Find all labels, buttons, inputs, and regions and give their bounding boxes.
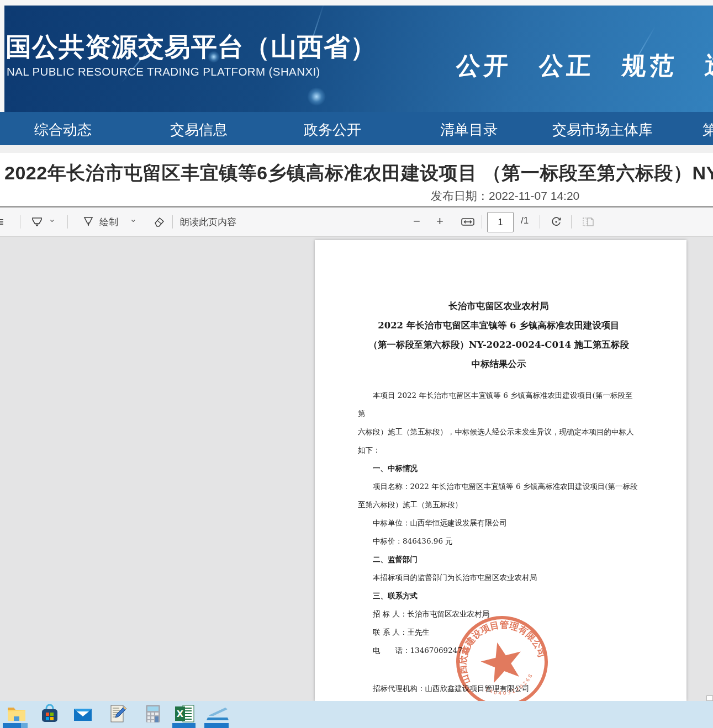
pdf-page: 长治市屯留区农业农村局 2022 年长治市屯留区丰宜镇等 6 乡镇高标准农田建设… — [315, 240, 686, 701]
doc-line: 项目名称：2022 年长治市屯留区丰宜镇等 6 乡镇高标准农田建设项目(第一标段 — [358, 477, 640, 496]
nav-item-gov-open[interactable]: 政务公开 — [304, 120, 361, 140]
running-indicator — [204, 723, 229, 728]
excel-icon[interactable]: X — [174, 704, 194, 723]
microsoft-store-icon[interactable] — [40, 704, 60, 723]
scanner-icon[interactable] — [205, 704, 230, 723]
running-indicator — [3, 723, 21, 728]
left-margin-strip — [0, 6, 4, 112]
draw-pen-icon[interactable] — [82, 215, 95, 229]
page-title: 2022年长治市屯留区丰宜镇等6乡镇高标准农田建设项目 （第一标段至第六标段）N… — [4, 161, 713, 186]
two-page-view-icon[interactable] — [581, 215, 594, 229]
taskbar: X — [0, 701, 713, 728]
toolbar-separator — [67, 215, 68, 229]
read-aloud-button[interactable]: 朗读此页内容 — [180, 216, 236, 229]
toolbar-separator — [482, 215, 482, 229]
site-title-english: NAL PUBLIC RESOURCE TRADING PLATFORM (SH… — [7, 65, 320, 78]
eraser-icon[interactable] — [152, 215, 166, 229]
nav-item-trade-info[interactable]: 交易信息 — [170, 120, 228, 140]
doc-line: 本招标项目的监督部门为长治市屯留区农业农村局 — [358, 568, 640, 587]
site-banner: 国公共资源交易平台（山西省） NAL PUBLIC RESOURCE TRADI… — [4, 6, 713, 112]
doc-heading: （第一标段至第六标段）NY-2022-0024-C014 施工第五标段 — [358, 335, 640, 354]
file-explorer-icon[interactable] — [7, 704, 27, 723]
article-header: 2022年长治市屯留区丰宜镇等6乡镇高标准农田建设项目 （第一标段至第六标段）N… — [0, 153, 713, 206]
nav-item-list-catalog[interactable]: 清单目录 — [440, 120, 498, 140]
doc-line: 中标价：846436.96 元 — [358, 532, 640, 550]
zoom-out-icon[interactable]: − — [413, 214, 420, 229]
page-number-input[interactable]: 1 — [487, 212, 514, 232]
wordpad-icon[interactable] — [108, 704, 128, 723]
publish-date-value: 2022-11-07 14:20 — [489, 189, 579, 202]
calculator-icon[interactable] — [145, 704, 165, 723]
page-total-label: /1 — [521, 215, 529, 226]
running-indicator — [172, 723, 196, 728]
menu-icon[interactable]: ≡ — [0, 214, 4, 230]
toolbar-separator — [540, 215, 540, 229]
top-margin-strip — [0, 0, 713, 6]
screen: 国公共资源交易平台（山西省） NAL PUBLIC RESOURCE TRADI… — [0, 0, 713, 728]
main-nav: 综合动态 交易信息 政务公开 清单目录 交易市场主体库 第 — [0, 112, 713, 145]
doc-heading: 中标结果公示 — [358, 354, 640, 374]
draw-label[interactable]: 绘制 — [99, 216, 118, 229]
nav-item-market-entity[interactable]: 交易市场主体库 — [552, 120, 653, 140]
nav-item-dynamics[interactable]: 综合动态 — [34, 120, 92, 140]
site-title: 国公共资源交易平台（山西省） — [6, 30, 377, 65]
highlighter-chevron-icon[interactable]: ⌄ — [49, 214, 56, 224]
banner-decoration — [307, 87, 326, 106]
doc-line: 本项目 2022 年长治市屯留区丰宜镇等 6 乡镇高标准农田建设项目(第一标段至… — [358, 386, 640, 423]
pdf-viewport[interactable]: 长治市屯留区农业农村局 2022 年长治市屯留区丰宜镇等 6 乡镇高标准农田建设… — [0, 237, 713, 701]
header-gray-strip — [0, 145, 713, 153]
svg-text:X: X — [177, 709, 184, 719]
zoom-in-icon[interactable]: + — [436, 214, 443, 229]
toolbar-separator — [20, 215, 20, 229]
rotate-icon[interactable] — [550, 215, 563, 229]
draw-chevron-icon[interactable]: ⌄ — [130, 214, 137, 224]
doc-section-heading: 三、联系方式 — [358, 587, 640, 605]
running-indicator — [21, 723, 28, 728]
doc-line: 如下： — [358, 441, 640, 459]
doc-line: 六标段）施工（第五标段），中标候选人经公示未发生异议，现确定本项目的中标人 — [358, 423, 640, 441]
mail-icon[interactable] — [73, 704, 93, 723]
doc-line: 中标单位：山西华恒远建设发展有限公司 — [358, 514, 640, 532]
toolbar-separator — [172, 215, 173, 229]
doc-heading: 2022 年长治市屯留区丰宜镇等 6 乡镇高标准农田建设项目 — [358, 316, 640, 335]
doc-heading: 长治市屯留区农业农村局 — [358, 296, 640, 316]
site-slogan: 公开 公正 规范 透 — [455, 50, 713, 82]
scrollbar-corner — [706, 695, 713, 701]
doc-section-heading: 二、监督部门 — [358, 550, 640, 568]
doc-line: 至第六标段）施工（第五标段） — [358, 496, 640, 514]
publish-date-label: 发布日期： — [431, 189, 489, 202]
doc-section-heading: 一、中标情况 — [358, 459, 640, 477]
publish-date: 发布日期：2022-11-07 14:20 — [431, 188, 579, 204]
toolbar-separator — [571, 215, 572, 229]
nav-item-clipped[interactable]: 第 — [703, 120, 713, 140]
highlighter-icon[interactable] — [30, 215, 44, 229]
fit-to-width-icon[interactable] — [461, 215, 474, 229]
pdf-toolbar: ≡ ⌄ 绘制 ⌄ 朗读此页内容 − + 1 /1 — [0, 208, 713, 237]
